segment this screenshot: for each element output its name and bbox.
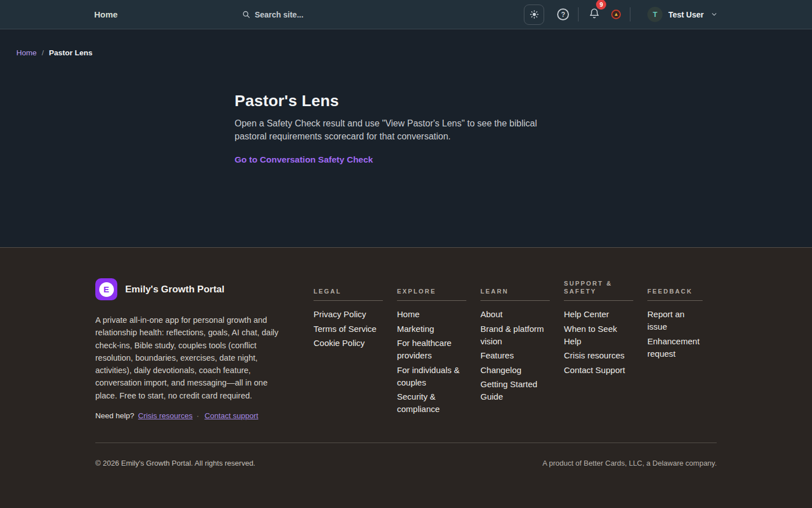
footer-heading-feedback: FEEDBACK <box>647 288 692 296</box>
nav-home-link[interactable]: Home <box>94 10 118 19</box>
list-item: Home <box>397 308 466 321</box>
help-separator: · <box>196 411 199 420</box>
privacy-policy-link[interactable]: Privacy Policy <box>314 309 366 319</box>
notification-badge: 9 <box>596 0 606 10</box>
page-title: Pastor's Lens <box>235 92 577 110</box>
copyright-text: © 2026 Emily's Growth Portal. All rights… <box>95 459 255 467</box>
divider <box>578 7 579 21</box>
crisis-resources-link[interactable]: Crisis resources <box>138 411 193 420</box>
footer-brand-column: E Emily's Growth Portal A private all-in… <box>95 278 314 420</box>
search-input[interactable]: Search site... <box>242 10 303 19</box>
footer-column-feedback: FEEDBACK Report an issue Enhancement req… <box>647 278 717 420</box>
avatar: T <box>647 7 663 22</box>
breadcrumb-home-link[interactable]: Home <box>16 49 37 57</box>
brand-logo: E <box>95 278 117 300</box>
list-item: Brand & platform vision <box>480 323 550 348</box>
healthcare-providers-link[interactable]: For healthcare providers <box>397 338 452 360</box>
list-item: Getting Started Guide <box>480 378 550 403</box>
chevron-down-icon <box>710 11 718 18</box>
list-item: Crisis resources <box>564 349 633 362</box>
list-item: Marketing <box>397 323 466 335</box>
brand-logo-circle: E <box>99 282 114 297</box>
enhancement-request-link[interactable]: Enhancement request <box>647 336 700 358</box>
main-content-area: Home / Pastor Lens Pastor's Lens Open a … <box>0 29 812 247</box>
help-center-link[interactable]: Help Center <box>564 309 609 319</box>
footer-inner: E Emily's Growth Portal A private all-in… <box>95 248 717 467</box>
list-item: Privacy Policy <box>314 308 383 321</box>
notifications-button[interactable]: 9 <box>588 6 601 23</box>
column-divider <box>314 300 383 301</box>
need-help-label: Need help? <box>95 411 134 420</box>
page: Home Search site... ? <box>0 0 812 508</box>
column-divider <box>480 300 550 301</box>
alert-status-icon[interactable]: ▲ <box>611 10 621 19</box>
footer-heading-legal: LEGAL <box>314 288 341 296</box>
contact-support-column-link[interactable]: Contact Support <box>564 365 625 375</box>
terms-of-service-link[interactable]: Terms of Service <box>314 324 377 334</box>
list-item: Enhancement request <box>647 335 703 360</box>
contact-support-link[interactable]: Contact support <box>205 411 258 420</box>
page-content: Pastor's Lens Open a Safety Check result… <box>235 92 577 165</box>
search-placeholder: Search site... <box>255 10 303 19</box>
changelog-link[interactable]: Changelog <box>480 365 522 375</box>
footer-column-explore: EXPLORE Home Marketing For healthcare pr… <box>397 278 480 420</box>
brand-name: Emily's Growth Portal <box>125 284 224 295</box>
page-description: Open a Safety Check result and use "View… <box>235 117 567 143</box>
column-divider <box>647 300 703 301</box>
user-menu[interactable]: T Test User <box>647 7 718 22</box>
list-item: For individuals & couples <box>397 364 466 389</box>
breadcrumb: Home / Pastor Lens <box>0 29 812 57</box>
column-divider <box>397 300 466 301</box>
sun-icon <box>529 10 539 19</box>
crisis-resources-column-link[interactable]: Crisis resources <box>564 351 625 360</box>
list-item: Terms of Service <box>314 323 383 335</box>
footer: E Emily's Growth Portal A private all-in… <box>0 247 812 508</box>
list-item: Contact Support <box>564 364 633 376</box>
divider <box>630 7 630 21</box>
need-help-row: Need help? Crisis resources · Contact su… <box>95 411 282 420</box>
when-to-seek-help-link[interactable]: When to Seek Help <box>564 324 617 346</box>
breadcrumb-current: Pastor Lens <box>49 49 92 57</box>
about-link[interactable]: About <box>480 309 502 319</box>
list-item: When to Seek Help <box>564 323 633 348</box>
footer-bottom-bar: © 2026 Emily's Growth Portal. All rights… <box>95 443 717 467</box>
help-button[interactable]: ? <box>557 8 569 20</box>
footer-heading-explore: EXPLORE <box>397 288 436 296</box>
footer-heading-support-safety: SUPPORT & SAFETY <box>564 280 633 295</box>
footer-column-legal: LEGAL Privacy Policy Terms of Service Co… <box>314 278 397 420</box>
brand-row: E Emily's Growth Portal <box>95 278 282 300</box>
list-item: For healthcare providers <box>397 337 466 362</box>
search-icon <box>242 10 250 19</box>
list-item: Features <box>480 349 550 362</box>
navbar-inner: Home Search site... ? <box>94 0 718 29</box>
features-link[interactable]: Features <box>480 351 514 360</box>
product-attribution-text: A product of Better Cards, LLC, a Delawa… <box>542 459 717 467</box>
cookie-policy-link[interactable]: Cookie Policy <box>314 338 365 348</box>
footer-heading-learn: LEARN <box>480 288 509 296</box>
safety-check-link[interactable]: Go to Conversation Safety Check <box>235 155 373 164</box>
explore-home-link[interactable]: Home <box>397 309 420 319</box>
list-item: Cookie Policy <box>314 337 383 349</box>
column-divider <box>564 300 633 301</box>
footer-column-learn: LEARN About Brand & platform vision Feat… <box>480 278 564 420</box>
brand-vision-link[interactable]: Brand & platform vision <box>480 324 544 346</box>
list-item: Help Center <box>564 308 633 321</box>
report-issue-link[interactable]: Report an issue <box>647 309 685 331</box>
top-navbar: Home Search site... ? <box>0 0 812 29</box>
theme-toggle-button[interactable] <box>524 5 544 25</box>
individuals-couples-link[interactable]: For individuals & couples <box>397 365 460 387</box>
security-compliance-link[interactable]: Security & compliance <box>397 392 440 414</box>
getting-started-link[interactable]: Getting Started Guide <box>480 379 537 401</box>
breadcrumb-separator: / <box>42 49 44 57</box>
footer-description: A private all-in-one app for personal gr… <box>95 314 282 402</box>
brand-logo-letter: E <box>103 284 109 294</box>
list-item: Security & compliance <box>397 391 466 415</box>
user-name: Test User <box>668 10 704 19</box>
footer-column-support-safety: SUPPORT & SAFETY Help Center When to See… <box>564 278 647 420</box>
footer-grid: E Emily's Growth Portal A private all-in… <box>95 278 717 420</box>
list-item: Changelog <box>480 364 550 376</box>
navbar-actions: ? 9 ▲ T Test User <box>524 5 718 25</box>
list-item: Report an issue <box>647 308 703 333</box>
list-item: About <box>480 308 550 321</box>
marketing-link[interactable]: Marketing <box>397 324 434 334</box>
